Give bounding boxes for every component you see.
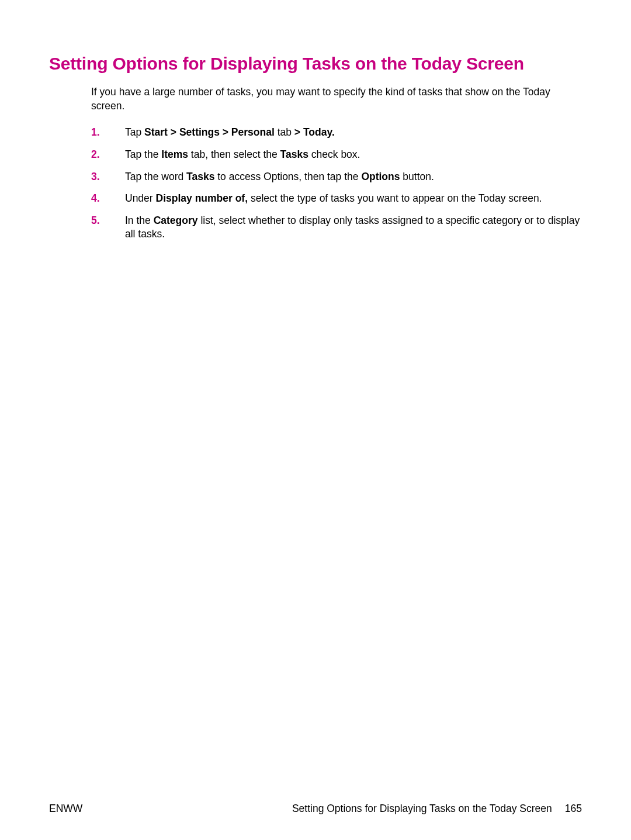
step-number: 1. [91, 126, 125, 140]
step-text: Tap the word Tasks to access Options, th… [125, 170, 582, 184]
step-number: 2. [91, 148, 125, 162]
footer-right: Setting Options for Displaying Tasks on … [292, 803, 582, 815]
bold-text: > Today. [294, 126, 335, 138]
step-item: 2. Tap the Items tab, then select the Ta… [91, 148, 582, 162]
bold-text: Tasks [280, 148, 308, 160]
step-number: 5. [91, 214, 125, 241]
step-text: Tap Start > Settings > Personal tab > To… [125, 126, 582, 140]
bold-text: Category [154, 215, 198, 226]
footer-left: ENWW [49, 803, 82, 815]
step-number: 4. [91, 192, 125, 206]
footer-page-number: 165 [565, 803, 582, 815]
step-item: 3. Tap the word Tasks to access Options,… [91, 170, 582, 184]
step-text: Tap the Items tab, then select the Tasks… [125, 148, 582, 162]
footer-section-title: Setting Options for Displaying Tasks on … [292, 803, 552, 815]
step-item: 1. Tap Start > Settings > Personal tab >… [91, 126, 582, 140]
bold-text: Display number of, [156, 192, 248, 204]
step-text: Under Display number of, select the type… [125, 192, 582, 206]
step-item: 5. In the Category list, select whether … [91, 214, 582, 241]
step-item: 4. Under Display number of, select the t… [91, 192, 582, 206]
step-text: In the Category list, select whether to … [125, 214, 582, 241]
bold-text: Options [361, 171, 400, 182]
steps-list: 1. Tap Start > Settings > Personal tab >… [91, 126, 582, 241]
bold-text: Items [161, 148, 188, 160]
page-heading: Setting Options for Displaying Tasks on … [49, 54, 582, 74]
step-number: 3. [91, 170, 125, 184]
page-footer: ENWW Setting Options for Displaying Task… [49, 803, 582, 815]
bold-text: Tasks [186, 171, 214, 182]
intro-paragraph: If you have a large number of tasks, you… [91, 85, 582, 113]
bold-text: Start > Settings > Personal [144, 126, 275, 138]
document-page: Setting Options for Displaying Tasks on … [0, 0, 631, 840]
